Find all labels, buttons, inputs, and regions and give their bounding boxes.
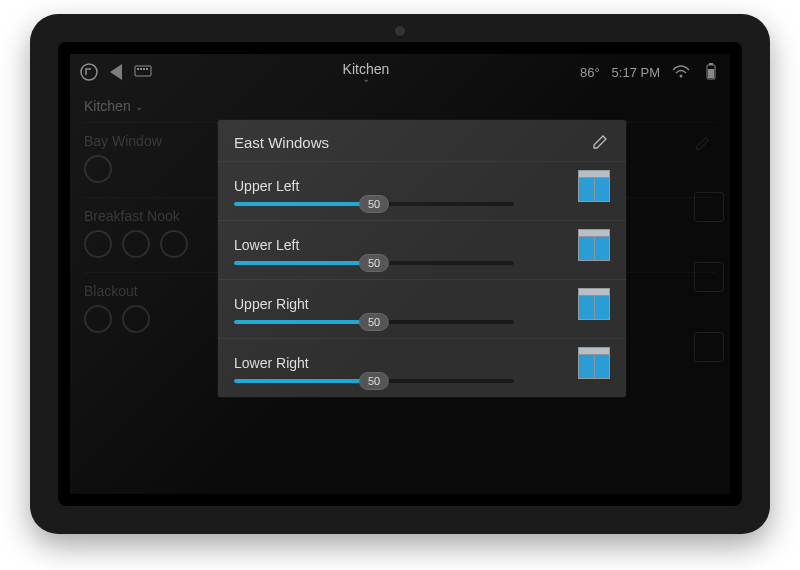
slider-track[interactable]: 50 bbox=[234, 202, 514, 206]
svg-rect-5 bbox=[146, 68, 148, 70]
clock: 5:17 PM bbox=[612, 65, 660, 80]
svg-point-6 bbox=[680, 75, 683, 78]
back-button[interactable] bbox=[110, 64, 122, 80]
svg-rect-2 bbox=[137, 68, 139, 70]
edit-icon[interactable] bbox=[694, 134, 712, 152]
shade-type-icon[interactable] bbox=[694, 192, 724, 222]
window-icon[interactable] bbox=[578, 288, 610, 320]
svg-rect-3 bbox=[140, 68, 142, 70]
slider-thumb[interactable]: 50 bbox=[359, 372, 389, 390]
shade-slider-row: Lower Right 50 bbox=[218, 338, 626, 397]
shade-group-panel: East Windows Upper Left 50 Lower Left 50 bbox=[218, 120, 626, 397]
room-tab-label: Kitchen bbox=[84, 98, 131, 114]
logo-icon[interactable] bbox=[80, 63, 98, 81]
panel-title: East Windows bbox=[234, 134, 329, 151]
room-tab[interactable]: Kitchen ⌄ bbox=[84, 98, 143, 114]
window-icon[interactable] bbox=[578, 347, 610, 379]
shade-slider-row: Lower Left 50 bbox=[218, 220, 626, 279]
battery-icon bbox=[702, 63, 720, 81]
svg-point-0 bbox=[81, 64, 97, 80]
screen: Kitchen ⌄ 86° 5:17 PM Kitchen ⌄ bbox=[70, 54, 730, 494]
tablet-device: Kitchen ⌄ 86° 5:17 PM Kitchen ⌄ bbox=[30, 14, 770, 534]
window-icon[interactable] bbox=[578, 170, 610, 202]
svg-rect-4 bbox=[143, 68, 145, 70]
slider-thumb[interactable]: 50 bbox=[359, 195, 389, 213]
slider-label: Lower Right bbox=[234, 355, 558, 371]
slider-thumb[interactable]: 50 bbox=[359, 254, 389, 272]
slider-thumb[interactable]: 50 bbox=[359, 313, 389, 331]
slider-label: Upper Right bbox=[234, 296, 558, 312]
shade-slider-row: Upper Right 50 bbox=[218, 279, 626, 338]
slider-label: Lower Left bbox=[234, 237, 558, 253]
slider-track[interactable]: 50 bbox=[234, 320, 514, 324]
slider-track[interactable]: 50 bbox=[234, 261, 514, 265]
camera-dot bbox=[395, 26, 405, 36]
window-icon[interactable] bbox=[578, 229, 610, 261]
edit-icon[interactable] bbox=[592, 132, 610, 153]
shade-type-icon[interactable] bbox=[694, 332, 724, 362]
svg-rect-8 bbox=[709, 63, 713, 65]
slider-label: Upper Left bbox=[234, 178, 558, 194]
chevron-down-icon: ⌄ bbox=[135, 101, 143, 112]
wifi-icon bbox=[672, 63, 690, 81]
slider-track[interactable]: 50 bbox=[234, 379, 514, 383]
shade-type-icon[interactable] bbox=[694, 262, 724, 292]
keyboard-icon[interactable] bbox=[134, 63, 152, 81]
shade-slider-row: Upper Left 50 bbox=[218, 161, 626, 220]
svg-rect-9 bbox=[708, 69, 714, 78]
status-bar: Kitchen ⌄ 86° 5:17 PM bbox=[70, 54, 730, 90]
svg-rect-1 bbox=[135, 66, 151, 76]
temperature-readout: 86° bbox=[580, 65, 600, 80]
